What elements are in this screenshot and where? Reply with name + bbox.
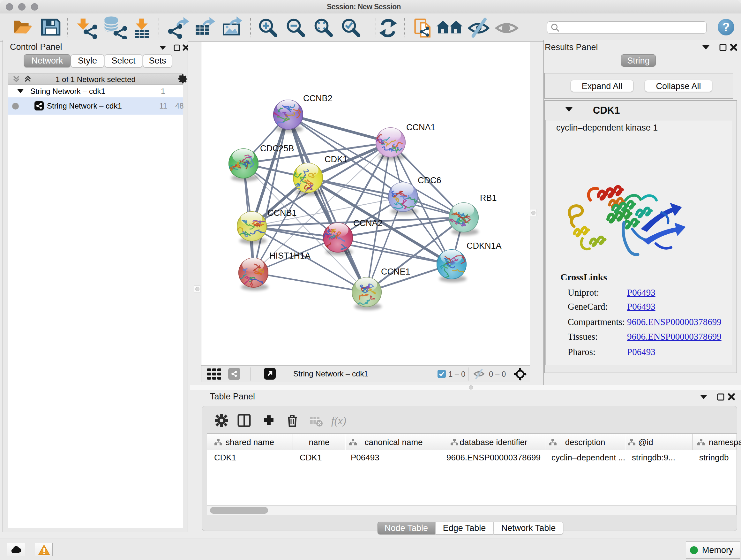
svg-text:CCNB2: CCNB2 xyxy=(303,94,333,103)
svg-text:CDC6: CDC6 xyxy=(418,176,441,185)
svg-text:RB1: RB1 xyxy=(480,193,497,203)
svg-text:CDK1: CDK1 xyxy=(325,154,347,164)
svg-text:f(x): f(x) xyxy=(331,415,346,427)
svg-text:CDC25B: CDC25B xyxy=(260,144,294,153)
svg-text:CDKN1A: CDKN1A xyxy=(467,241,502,251)
svg-text:CCNB1: CCNB1 xyxy=(267,208,297,218)
svg-text:CCNA1: CCNA1 xyxy=(406,123,435,132)
svg-text:CCNA2: CCNA2 xyxy=(353,219,383,228)
svg-text:CCNE1: CCNE1 xyxy=(381,267,410,276)
svg-text:HIST1H1A: HIST1H1A xyxy=(269,251,311,260)
